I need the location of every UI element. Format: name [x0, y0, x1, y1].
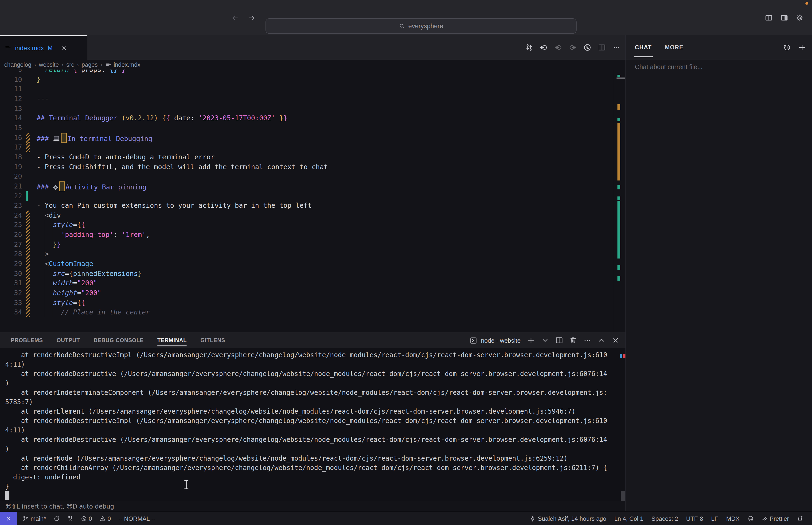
- code-text: ### Activity Bar pinning: [37, 181, 147, 192]
- bell-dot-icon: [797, 515, 803, 522]
- code-line-32[interactable]: 32 height="200": [0, 288, 614, 298]
- line-number: 25: [0, 220, 22, 230]
- plus-icon[interactable]: [798, 44, 806, 51]
- code-text: - Press Cmd+Shift+L, and the model will …: [37, 162, 328, 171]
- git-branch-item[interactable]: main*: [22, 515, 46, 522]
- layout-panel-right-icon[interactable]: [781, 14, 788, 21]
- code-line-13[interactable]: 13: [0, 104, 614, 114]
- tab-index-mdx[interactable]: index.mdx M: [0, 35, 88, 60]
- history-icon[interactable]: [783, 44, 791, 51]
- terminal-line: at renderChildrenArray (/Users/amansange…: [5, 463, 607, 472]
- forward-arrow-icon[interactable]: [248, 14, 256, 21]
- encoding[interactable]: UTF-8: [686, 515, 703, 522]
- code-text: }}: [37, 240, 61, 249]
- code-line-12[interactable]: 12---: [0, 94, 614, 104]
- code-line-34[interactable]: 34 // Place in the center: [0, 308, 614, 317]
- code-line-9[interactable]: 9 return { props: {} }: [0, 70, 614, 75]
- code-text: >: [37, 249, 49, 259]
- code-line-31[interactable]: 31 width="200": [0, 279, 614, 288]
- panel-tab-gitlens[interactable]: GITLENS: [200, 332, 225, 348]
- code-line-19[interactable]: 19- Press Cmd+Shift+L, and the model wil…: [0, 162, 614, 172]
- close-icon[interactable]: [612, 336, 619, 344]
- close-icon[interactable]: [61, 45, 67, 51]
- previous-change-icon[interactable]: [540, 44, 548, 51]
- panel-tab-problems[interactable]: PROBLEMS: [11, 332, 43, 348]
- code-editor[interactable]: 9 return { props: {} }10}1112---1314## T…: [0, 70, 626, 332]
- indentation[interactable]: Spaces: 2: [651, 515, 678, 522]
- compare-changes-icon[interactable]: [525, 44, 533, 51]
- chevron-up-icon[interactable]: [598, 336, 605, 344]
- code-line-14[interactable]: 14## Terminal Debugger (v0.2.12) {{ date…: [0, 114, 614, 123]
- chevron-down-icon[interactable]: [541, 336, 549, 344]
- code-line-21[interactable]: 21### Activity Bar pinning: [0, 181, 614, 191]
- search-box[interactable]: everysphere: [265, 18, 577, 34]
- code-line-30[interactable]: 30 src={pinnedExtensions}: [0, 269, 614, 279]
- code-line-16[interactable]: 16### In-terminal Debugging: [0, 133, 614, 142]
- problems-warnings[interactable]: 0: [99, 515, 111, 522]
- gitlens-button[interactable]: [67, 515, 73, 522]
- breadcrumb-item-src[interactable]: src: [66, 61, 74, 68]
- code-line-17[interactable]: 17: [0, 142, 614, 152]
- terminal-toolbar: node - website: [470, 332, 619, 348]
- gear-small-icon: [53, 185, 59, 190]
- code-line-22[interactable]: 22: [0, 191, 614, 201]
- ellipsis-icon[interactable]: [584, 336, 591, 344]
- line-number: 21: [0, 181, 22, 191]
- code-line-27[interactable]: 27 }}: [0, 240, 614, 250]
- plus-icon[interactable]: [527, 336, 535, 344]
- panel-tab-terminal[interactable]: TERMINAL: [157, 332, 187, 348]
- code-line-23[interactable]: 23- You can Pin custom extensions to you…: [0, 201, 614, 211]
- next-change-icon[interactable]: [569, 44, 577, 51]
- split-editor-icon[interactable]: [555, 336, 563, 344]
- git-branch-icon: [22, 515, 29, 522]
- breadcrumb-item-website[interactable]: website: [39, 61, 59, 68]
- remote-indicator[interactable]: [0, 512, 17, 525]
- code-line-29[interactable]: 29 <CustomImage: [0, 259, 614, 269]
- blame-annotation[interactable]: Sualeh Asif, 14 hours ago: [530, 515, 607, 522]
- chat-input-placeholder[interactable]: Chat about current file...: [635, 63, 703, 71]
- terminal-hint: ⌘⇧L insert to chat, ⌘D auto debug: [0, 501, 631, 511]
- terminal-output[interactable]: at renderNodeDestructiveImpl (/Users/ama…: [0, 348, 626, 501]
- code-line-26[interactable]: 26 'padding-top': '1rem',: [0, 230, 614, 240]
- code-line-10[interactable]: 10}: [0, 75, 614, 84]
- formatter-prettier[interactable]: Prettier: [762, 515, 789, 522]
- search-value: everysphere: [408, 22, 443, 30]
- code-line-33[interactable]: 33 style={{: [0, 298, 614, 308]
- breadcrumb-item-changelog[interactable]: changelog: [4, 61, 31, 68]
- code-line-15[interactable]: 15: [0, 123, 614, 133]
- ellipsis-icon[interactable]: [613, 44, 620, 51]
- terminal-title[interactable]: node - website: [481, 337, 521, 344]
- sync-button[interactable]: [53, 515, 59, 522]
- feedback[interactable]: [748, 515, 754, 522]
- settings-gear-icon[interactable]: [796, 14, 803, 21]
- terminal-line: at renderNodeDestructiveImpl (/Users/ama…: [5, 350, 607, 360]
- split-editor-icon[interactable]: [598, 44, 606, 51]
- code-line-28[interactable]: 28 >: [0, 249, 614, 259]
- code-line-25[interactable]: 25 style={{: [0, 220, 614, 230]
- problems-errors[interactable]: 0: [81, 515, 92, 522]
- chat-tab-chat[interactable]: CHAT: [635, 35, 652, 60]
- code-line-24[interactable]: 24 <div: [0, 211, 614, 221]
- terminal-scrollbar-thumb[interactable]: [621, 491, 625, 501]
- breadcrumb-file[interactable]: index.mdx: [105, 61, 140, 68]
- eol[interactable]: LF: [711, 515, 718, 522]
- language-mode[interactable]: MDX: [726, 515, 740, 522]
- git-commit-icon: [530, 515, 536, 522]
- code-line-20[interactable]: 20: [0, 171, 614, 181]
- cursor-position[interactable]: Ln 4, Col 1: [614, 515, 644, 522]
- panel-tab-output[interactable]: OUTPUT: [57, 332, 80, 348]
- chat-tab-more[interactable]: MORE: [665, 35, 684, 60]
- vim-mode[interactable]: -- NORMAL --: [119, 515, 155, 522]
- code-line-18[interactable]: 18- Press Cmd+D to auto-debug a terminal…: [0, 152, 614, 162]
- trash-icon[interactable]: [569, 336, 577, 344]
- notifications-bell[interactable]: [797, 515, 803, 522]
- layout-columns-icon[interactable]: [765, 14, 772, 21]
- tab-bar: index.mdx M: [0, 35, 626, 60]
- back-arrow-icon[interactable]: [231, 14, 239, 21]
- panel-tab-debug-console[interactable]: DEBUG CONSOLE: [93, 332, 144, 348]
- code-line-11[interactable]: 11: [0, 84, 614, 94]
- run-circle-icon[interactable]: [584, 44, 591, 51]
- breadcrumb-item-pages[interactable]: pages: [82, 61, 98, 68]
- previous-change-icon[interactable]: [554, 44, 562, 51]
- mask-icon: [748, 515, 754, 522]
